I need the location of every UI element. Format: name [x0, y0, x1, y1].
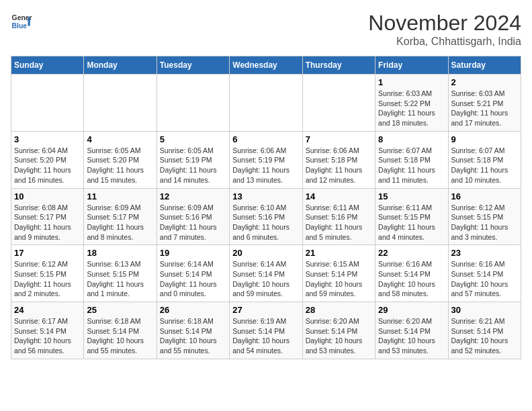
day-info: Sunrise: 6:05 AM Sunset: 5:20 PM Dayligh…	[87, 146, 153, 185]
day-info: Sunrise: 6:03 AM Sunset: 5:21 PM Dayligh…	[451, 89, 518, 128]
day-number: 10	[14, 191, 81, 201]
calendar-cell: 24Sunrise: 6:17 AM Sunset: 5:14 PM Dayli…	[11, 302, 84, 359]
day-info: Sunrise: 6:18 AM Sunset: 5:14 PM Dayligh…	[160, 316, 226, 356]
day-info: Sunrise: 6:13 AM Sunset: 5:15 PM Dayligh…	[87, 259, 153, 299]
day-info: Sunrise: 6:09 AM Sunset: 5:16 PM Dayligh…	[160, 203, 226, 242]
calendar-cell: 15Sunrise: 6:11 AM Sunset: 5:15 PM Dayli…	[375, 188, 448, 245]
month-title: November 2024	[368, 11, 521, 36]
calendar-cell: 4Sunrise: 6:05 AM Sunset: 5:20 PM Daylig…	[84, 131, 157, 188]
day-info: Sunrise: 6:16 AM Sunset: 5:14 PM Dayligh…	[378, 259, 445, 299]
weekday-header-monday: Monday	[84, 56, 157, 75]
calendar-cell: 18Sunrise: 6:13 AM Sunset: 5:15 PM Dayli…	[84, 245, 157, 302]
day-number: 16	[451, 191, 518, 201]
day-info: Sunrise: 6:14 AM Sunset: 5:14 PM Dayligh…	[160, 259, 226, 299]
day-number: 26	[160, 305, 226, 315]
weekday-header-wednesday: Wednesday	[230, 56, 302, 75]
calendar-cell: 16Sunrise: 6:12 AM Sunset: 5:15 PM Dayli…	[448, 188, 521, 245]
day-number: 11	[87, 191, 153, 201]
day-number: 3	[14, 134, 81, 144]
calendar-cell: 2Sunrise: 6:03 AM Sunset: 5:21 PM Daylig…	[448, 75, 521, 132]
calendar-cell: 1Sunrise: 6:03 AM Sunset: 5:22 PM Daylig…	[375, 75, 448, 132]
day-number: 25	[87, 305, 153, 315]
page-header: General Blue November 2024 Korba, Chhatt…	[11, 11, 521, 48]
calendar-cell: 9Sunrise: 6:07 AM Sunset: 5:18 PM Daylig…	[448, 131, 521, 188]
day-number: 4	[87, 134, 153, 144]
day-number: 9	[451, 134, 518, 144]
calendar-cell: 22Sunrise: 6:16 AM Sunset: 5:14 PM Dayli…	[375, 245, 448, 302]
day-number: 1	[378, 77, 445, 87]
day-number: 20	[232, 248, 299, 258]
logo-icon: General Blue	[11, 11, 32, 32]
calendar-cell	[11, 75, 84, 132]
calendar-cell: 8Sunrise: 6:07 AM Sunset: 5:18 PM Daylig…	[375, 131, 448, 188]
calendar-cell	[302, 75, 375, 132]
calendar-table: SundayMondayTuesdayWednesdayThursdayFrid…	[11, 56, 521, 359]
day-info: Sunrise: 6:14 AM Sunset: 5:14 PM Dayligh…	[232, 259, 299, 299]
day-number: 15	[378, 191, 445, 201]
calendar-cell: 19Sunrise: 6:14 AM Sunset: 5:14 PM Dayli…	[157, 245, 229, 302]
location-title: Korba, Chhattisgarh, India	[368, 36, 521, 48]
day-number: 27	[232, 305, 299, 315]
day-number: 29	[378, 305, 445, 315]
day-info: Sunrise: 6:20 AM Sunset: 5:14 PM Dayligh…	[378, 316, 445, 356]
day-info: Sunrise: 6:03 AM Sunset: 5:22 PM Dayligh…	[378, 89, 445, 128]
logo: General Blue	[11, 11, 32, 32]
day-info: Sunrise: 6:10 AM Sunset: 5:16 PM Dayligh…	[232, 203, 299, 242]
calendar-cell	[84, 75, 157, 132]
calendar-cell	[230, 75, 302, 132]
day-number: 24	[14, 305, 81, 315]
calendar-cell: 20Sunrise: 6:14 AM Sunset: 5:14 PM Dayli…	[230, 245, 302, 302]
day-number: 28	[306, 305, 372, 315]
day-number: 7	[306, 134, 372, 144]
day-number: 18	[87, 248, 153, 258]
day-number: 5	[160, 134, 226, 144]
weekday-header-tuesday: Tuesday	[157, 56, 229, 75]
calendar-cell: 14Sunrise: 6:11 AM Sunset: 5:16 PM Dayli…	[302, 188, 375, 245]
day-info: Sunrise: 6:07 AM Sunset: 5:18 PM Dayligh…	[378, 146, 445, 185]
day-info: Sunrise: 6:05 AM Sunset: 5:19 PM Dayligh…	[160, 146, 226, 185]
day-number: 8	[378, 134, 445, 144]
weekday-header-sunday: Sunday	[11, 56, 84, 75]
calendar-cell: 30Sunrise: 6:21 AM Sunset: 5:14 PM Dayli…	[448, 302, 521, 359]
calendar-cell: 12Sunrise: 6:09 AM Sunset: 5:16 PM Dayli…	[157, 188, 229, 245]
day-info: Sunrise: 6:04 AM Sunset: 5:20 PM Dayligh…	[14, 146, 81, 185]
title-block: November 2024 Korba, Chhattisgarh, India	[368, 11, 521, 48]
day-info: Sunrise: 6:12 AM Sunset: 5:15 PM Dayligh…	[14, 259, 81, 299]
day-number: 21	[306, 248, 372, 258]
day-info: Sunrise: 6:16 AM Sunset: 5:14 PM Dayligh…	[451, 259, 518, 299]
calendar-cell	[157, 75, 229, 132]
day-number: 22	[378, 248, 445, 258]
day-info: Sunrise: 6:12 AM Sunset: 5:15 PM Dayligh…	[451, 203, 518, 242]
day-info: Sunrise: 6:19 AM Sunset: 5:14 PM Dayligh…	[232, 316, 299, 356]
day-number: 14	[306, 191, 372, 201]
calendar-cell: 13Sunrise: 6:10 AM Sunset: 5:16 PM Dayli…	[230, 188, 302, 245]
calendar-cell: 7Sunrise: 6:06 AM Sunset: 5:18 PM Daylig…	[302, 131, 375, 188]
day-number: 2	[451, 77, 518, 87]
calendar-cell: 23Sunrise: 6:16 AM Sunset: 5:14 PM Dayli…	[448, 245, 521, 302]
day-number: 17	[14, 248, 81, 258]
calendar-cell: 17Sunrise: 6:12 AM Sunset: 5:15 PM Dayli…	[11, 245, 84, 302]
calendar-cell: 25Sunrise: 6:18 AM Sunset: 5:14 PM Dayli…	[84, 302, 157, 359]
calendar-cell: 5Sunrise: 6:05 AM Sunset: 5:19 PM Daylig…	[157, 131, 229, 188]
calendar-cell: 29Sunrise: 6:20 AM Sunset: 5:14 PM Dayli…	[375, 302, 448, 359]
day-info: Sunrise: 6:06 AM Sunset: 5:18 PM Dayligh…	[306, 146, 372, 185]
day-info: Sunrise: 6:21 AM Sunset: 5:14 PM Dayligh…	[451, 316, 518, 356]
day-info: Sunrise: 6:17 AM Sunset: 5:14 PM Dayligh…	[14, 316, 81, 356]
calendar-cell: 27Sunrise: 6:19 AM Sunset: 5:14 PM Dayli…	[230, 302, 302, 359]
day-info: Sunrise: 6:09 AM Sunset: 5:17 PM Dayligh…	[87, 203, 153, 242]
day-number: 6	[232, 134, 299, 144]
calendar-cell: 10Sunrise: 6:08 AM Sunset: 5:17 PM Dayli…	[11, 188, 84, 245]
weekday-header-thursday: Thursday	[302, 56, 375, 75]
calendar-cell: 26Sunrise: 6:18 AM Sunset: 5:14 PM Dayli…	[157, 302, 229, 359]
day-info: Sunrise: 6:15 AM Sunset: 5:14 PM Dayligh…	[306, 259, 372, 299]
day-number: 13	[232, 191, 299, 201]
calendar-cell: 11Sunrise: 6:09 AM Sunset: 5:17 PM Dayli…	[84, 188, 157, 245]
day-info: Sunrise: 6:07 AM Sunset: 5:18 PM Dayligh…	[451, 146, 518, 185]
day-info: Sunrise: 6:11 AM Sunset: 5:15 PM Dayligh…	[378, 203, 445, 242]
day-number: 30	[451, 305, 518, 315]
calendar-cell: 28Sunrise: 6:20 AM Sunset: 5:14 PM Dayli…	[302, 302, 375, 359]
day-number: 19	[160, 248, 226, 258]
calendar-cell: 6Sunrise: 6:06 AM Sunset: 5:19 PM Daylig…	[230, 131, 302, 188]
day-info: Sunrise: 6:06 AM Sunset: 5:19 PM Dayligh…	[232, 146, 299, 185]
calendar-cell: 21Sunrise: 6:15 AM Sunset: 5:14 PM Dayli…	[302, 245, 375, 302]
